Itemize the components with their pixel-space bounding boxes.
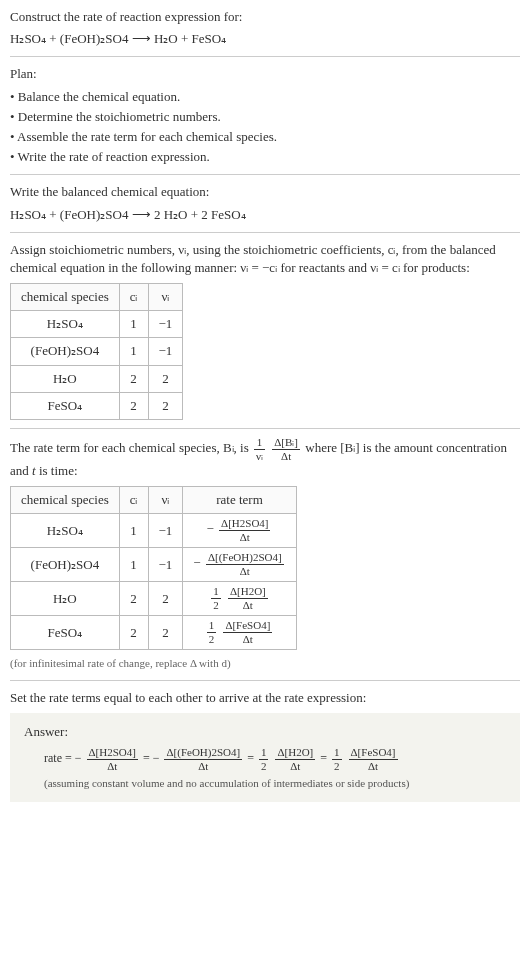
cell-ci: 1	[119, 338, 148, 365]
ans-c3: 1 2	[259, 747, 269, 772]
rate-term-text: The rate term for each chemical species,…	[10, 437, 520, 480]
cell-vi: −1	[148, 514, 183, 548]
plan-list: • Balance the chemical equation. • Deter…	[10, 88, 520, 167]
cell-species: H₂SO₄	[11, 311, 120, 338]
cell-species: FeSO₄	[11, 392, 120, 419]
col-species: chemical species	[11, 284, 120, 311]
col-ci: cᵢ	[119, 284, 148, 311]
balanced-equation: H₂SO₄ + (FeOH)₂SO4 ⟶ 2 H₂O + 2 FeSO₄	[10, 206, 520, 224]
answer-note: (assuming constant volume and no accumul…	[44, 776, 506, 791]
divider	[10, 428, 520, 429]
ans-c4: 1 2	[332, 747, 342, 772]
rate-frac: Δ[(FeOH)2SO4] Δt	[206, 552, 284, 577]
table-row: (FeOH)₂SO4 1 −1	[11, 338, 183, 365]
ans-eq1: = −	[143, 751, 160, 765]
stoich-table-1: chemical species cᵢ νᵢ H₂SO₄ 1 −1 (FeOH)…	[10, 283, 183, 420]
plan-item: • Determine the stoichiometric numbers.	[10, 108, 520, 126]
cell-ci: 2	[119, 365, 148, 392]
rate-coef: 1 2	[211, 586, 221, 611]
col-vi: νᵢ	[148, 284, 183, 311]
cell-vi: 2	[148, 392, 183, 419]
cell-vi: 2	[148, 582, 183, 616]
stoich-table-2: chemical species cᵢ νᵢ rate term H₂SO₄ 1…	[10, 486, 297, 650]
cell-species: (FeOH)₂SO4	[11, 338, 120, 365]
cell-species: (FeOH)₂SO4	[11, 548, 120, 582]
rate-frac: Δ[H2SO4] Δt	[219, 518, 270, 543]
cell-species: H₂SO₄	[11, 514, 120, 548]
col-ci: cᵢ	[119, 487, 148, 514]
rate-sign: −	[193, 556, 200, 571]
cell-rate: 1 2 Δ[FeSO4] Δt	[183, 616, 296, 650]
ans-t4: Δ[FeSO4] Δt	[349, 747, 398, 772]
balanced-label: Write the balanced chemical equation:	[10, 183, 520, 201]
cell-rate: 1 2 Δ[H2O] Δt	[183, 582, 296, 616]
rt-pre: The rate term for each chemical species,…	[10, 440, 252, 455]
cell-rate: − Δ[(FeOH)2SO4] Δt	[183, 548, 296, 582]
cell-rate: − Δ[H2SO4] Δt	[183, 514, 296, 548]
col-species: chemical species	[11, 487, 120, 514]
table-row: H₂O 2 2	[11, 365, 183, 392]
cell-ci: 1	[119, 311, 148, 338]
cell-vi: −1	[148, 338, 183, 365]
answer-box: Answer: rate = − Δ[H2SO4] Δt = − Δ[(FeOH…	[10, 713, 520, 802]
set-equal-text: Set the rate terms equal to each other t…	[10, 689, 520, 707]
table-row: (FeOH)₂SO4 1 −1 − Δ[(FeOH)2SO4] Δt	[11, 548, 297, 582]
cell-vi: 2	[148, 616, 183, 650]
plan-item: • Assemble the rate term for each chemic…	[10, 128, 520, 146]
table-row: H₂O 2 2 1 2 Δ[H2O] Δt	[11, 582, 297, 616]
balanced-section: Write the balanced chemical equation: H₂…	[10, 183, 520, 223]
plan-section: Plan: • Balance the chemical equation. •…	[10, 65, 520, 166]
cell-ci: 2	[119, 616, 148, 650]
rate-sign: −	[206, 522, 213, 537]
table-row: FeSO₄ 2 2 1 2 Δ[FeSO4] Δt	[11, 616, 297, 650]
prompt-line: Construct the rate of reaction expressio…	[10, 8, 520, 26]
cell-species: H₂O	[11, 582, 120, 616]
plan-title: Plan:	[10, 65, 520, 83]
cell-vi: −1	[148, 548, 183, 582]
cell-ci: 2	[119, 582, 148, 616]
infinitesimal-note: (for infinitesimal rate of change, repla…	[10, 656, 520, 671]
unbalanced-equation: H₂SO₄ + (FeOH)₂SO4 ⟶ H₂O + FeSO₄	[10, 30, 520, 48]
cell-ci: 1	[119, 548, 148, 582]
cell-ci: 1	[119, 514, 148, 548]
rt-t: t	[32, 463, 36, 478]
table-row: H₂SO₄ 1 −1	[11, 311, 183, 338]
problem-header: Construct the rate of reaction expressio…	[10, 8, 520, 48]
rate-frac: Δ[H2O] Δt	[228, 586, 268, 611]
divider	[10, 174, 520, 175]
divider	[10, 680, 520, 681]
rt-frac2: Δ[Bᵢ] Δt	[272, 437, 300, 462]
table-row: H₂SO₄ 1 −1 − Δ[H2SO4] Δt	[11, 514, 297, 548]
cell-species: H₂O	[11, 365, 120, 392]
col-rate: rate term	[183, 487, 296, 514]
rate-term-section: The rate term for each chemical species,…	[10, 437, 520, 672]
rt-post: is time:	[39, 463, 78, 478]
cell-vi: 2	[148, 365, 183, 392]
col-vi: νᵢ	[148, 487, 183, 514]
cell-ci: 2	[119, 392, 148, 419]
table-header-row: chemical species cᵢ νᵢ rate term	[11, 487, 297, 514]
assign-text: Assign stoichiometric numbers, νᵢ, using…	[10, 241, 520, 277]
ans-prefix: rate = −	[44, 751, 82, 765]
answer-equation: rate = − Δ[H2SO4] Δt = − Δ[(FeOH)2SO4] Δ…	[44, 747, 506, 772]
answer-label: Answer:	[24, 723, 506, 741]
rate-coef: 1 2	[207, 620, 217, 645]
table-row: FeSO₄ 2 2	[11, 392, 183, 419]
table-header-row: chemical species cᵢ νᵢ	[11, 284, 183, 311]
cell-vi: −1	[148, 311, 183, 338]
cell-species: FeSO₄	[11, 616, 120, 650]
ans-eq3: =	[320, 751, 330, 765]
ans-t2: Δ[(FeOH)2SO4] Δt	[164, 747, 242, 772]
ans-t1: Δ[H2SO4] Δt	[87, 747, 138, 772]
divider	[10, 56, 520, 57]
assign-section: Assign stoichiometric numbers, νᵢ, using…	[10, 241, 520, 420]
ans-eq2: =	[247, 751, 257, 765]
rate-frac: Δ[FeSO4] Δt	[223, 620, 272, 645]
rt-frac1: 1 νᵢ	[254, 437, 265, 462]
plan-item: • Write the rate of reaction expression.	[10, 148, 520, 166]
divider	[10, 232, 520, 233]
plan-item: • Balance the chemical equation.	[10, 88, 520, 106]
ans-t3: Δ[H2O] Δt	[275, 747, 315, 772]
